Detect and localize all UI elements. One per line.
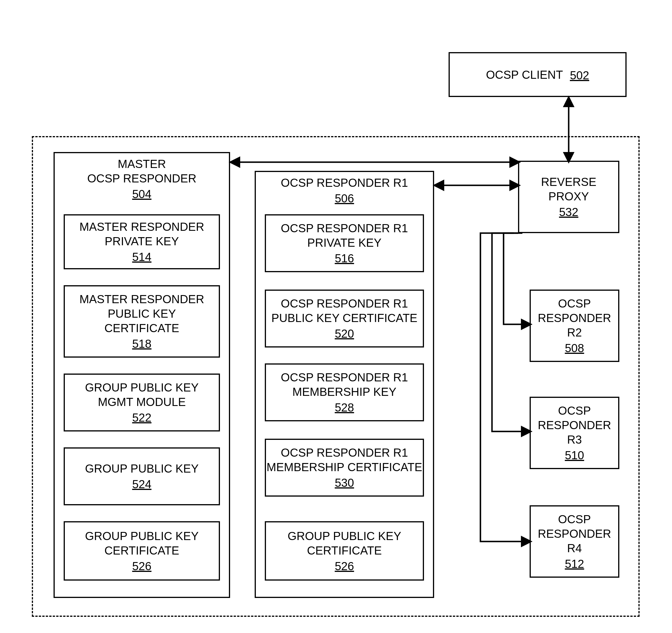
item-line2: CERTIFICATE xyxy=(307,543,382,558)
r2-ref: 508 xyxy=(565,341,584,355)
r3-line2: RESPONDER xyxy=(538,418,611,432)
r4-line2: RESPONDER xyxy=(538,526,611,541)
r3-line1: OCSP xyxy=(558,403,591,418)
item-line1: GROUP PUBLIC KEY xyxy=(288,529,401,543)
reverse-proxy-box: REVERSE PROXY 532 xyxy=(518,161,619,233)
r1-pubkey-cert-box: OCSP RESPONDER R1 PUBLIC KEY CERTIFICATE… xyxy=(265,289,424,348)
item-line2: MEMBERSHIP KEY xyxy=(292,384,396,399)
item-line2: PRIVATE KEY xyxy=(105,234,179,249)
item-ref: 526 xyxy=(132,559,152,573)
item-line2: PRIVATE KEY xyxy=(307,235,381,250)
r2-line2: RESPONDER xyxy=(538,311,611,325)
r3-ref: 510 xyxy=(565,448,584,463)
item-line1: GROUP PUBLIC KEY xyxy=(85,529,199,543)
r4-box: OCSP RESPONDER R4 512 xyxy=(530,505,619,578)
master-private-key-box: MASTER RESPONDER PRIVATE KEY 514 xyxy=(64,214,220,269)
ocsp-client-label: OCSP CLIENT xyxy=(486,68,563,82)
r4-ref: 512 xyxy=(565,557,584,571)
r4-line1: OCSP xyxy=(558,512,591,526)
item-line1: OCSP RESPONDER R1 xyxy=(281,445,408,460)
item-ref: 526 xyxy=(335,559,354,573)
proxy-line1: REVERSE xyxy=(541,174,596,189)
item-ref: 530 xyxy=(335,475,354,490)
item-ref: 528 xyxy=(335,400,354,415)
item-line1: MASTER RESPONDER xyxy=(79,219,204,234)
master-title-2: OCSP RESPONDER xyxy=(87,171,196,186)
item-ref: 520 xyxy=(335,326,354,341)
group-pubkey-mgmt-box: GROUP PUBLIC KEY MGMT MODULE 522 xyxy=(64,374,220,431)
group-pubkey-box: GROUP PUBLIC KEY 524 xyxy=(64,447,220,505)
item-line1: OCSP RESPONDER R1 xyxy=(281,370,408,384)
r2-line1: OCSP xyxy=(558,296,591,311)
item-ref: 516 xyxy=(335,251,354,265)
item-ref: 514 xyxy=(132,250,152,264)
item-line1: OCSP RESPONDER R1 xyxy=(281,296,408,311)
r1-membership-cert-box: OCSP RESPONDER R1 MEMBERSHIP CERTIFICATE… xyxy=(265,439,424,497)
ocsp-client-ref: 502 xyxy=(570,68,589,83)
r3-line3: R3 xyxy=(567,432,582,447)
master-ref: 504 xyxy=(132,187,152,201)
proxy-line2: PROXY xyxy=(548,189,589,204)
r1-private-key-box: OCSP RESPONDER R1 PRIVATE KEY 516 xyxy=(265,214,424,272)
r1-membership-key-box: OCSP RESPONDER R1 MEMBERSHIP KEY 528 xyxy=(265,364,424,421)
item-line1: GROUP PUBLIC KEY xyxy=(85,380,199,395)
r1-ref: 506 xyxy=(335,191,354,206)
item-ref: 522 xyxy=(132,410,152,425)
group-pubkey-cert-master-box: GROUP PUBLIC KEY CERTIFICATE 526 xyxy=(64,521,220,581)
item-line2: CERTIFICATE xyxy=(104,543,179,558)
r1-group-pubkey-cert-box: GROUP PUBLIC KEY CERTIFICATE 526 xyxy=(265,521,424,581)
r1-title: OCSP RESPONDER R1 xyxy=(281,175,408,190)
item-ref: 518 xyxy=(132,336,152,351)
r3-box: OCSP RESPONDER R3 510 xyxy=(530,397,619,469)
r2-line3: R2 xyxy=(567,325,582,340)
r2-box: OCSP RESPONDER R2 508 xyxy=(530,289,619,362)
ocsp-client-box: OCSP CLIENT 502 xyxy=(449,52,627,97)
item-line2: PUBLIC KEY xyxy=(107,306,176,321)
item-line2: PUBLIC KEY CERTIFICATE xyxy=(271,311,417,325)
r4-line3: R4 xyxy=(567,541,582,555)
master-title-1: MASTER xyxy=(118,157,166,171)
item-line1: MASTER RESPONDER xyxy=(79,292,204,306)
item-ref: 524 xyxy=(132,477,152,491)
item-line3: CERTIFICATE xyxy=(104,321,179,335)
item-line1: OCSP RESPONDER R1 xyxy=(281,221,408,235)
proxy-ref: 532 xyxy=(559,205,578,219)
diagram-canvas: OCSP CLIENT 502 MASTER OCSP RESPONDER 50… xyxy=(0,0,672,633)
item-line2: MEMBERSHIP CERTIFICATE xyxy=(267,460,422,474)
item-line1: GROUP PUBLIC KEY xyxy=(85,461,199,476)
item-line2: MGMT MODULE xyxy=(98,395,186,409)
master-pubkey-cert-box: MASTER RESPONDER PUBLIC KEY CERTIFICATE … xyxy=(64,285,220,358)
